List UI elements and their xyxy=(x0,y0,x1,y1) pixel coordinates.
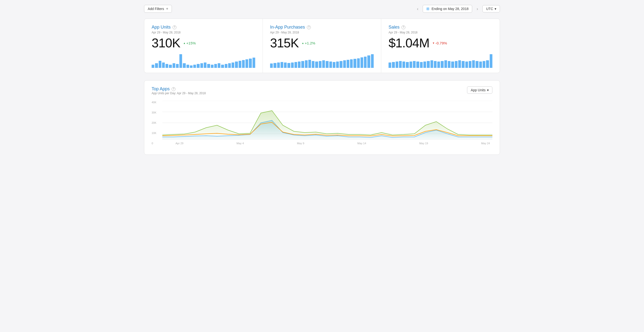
mini-bar xyxy=(455,61,458,68)
mini-bar xyxy=(420,62,423,68)
mini-bar xyxy=(246,59,248,68)
mini-bar xyxy=(228,63,231,68)
metric-help-sales[interactable]: ? xyxy=(402,25,405,29)
mini-bar xyxy=(476,61,478,68)
add-filters-button[interactable]: Add Filters + xyxy=(144,5,172,13)
timezone-label: UTC xyxy=(486,7,493,11)
mini-bar xyxy=(441,61,444,68)
x-label-may24: May 24 xyxy=(481,142,490,145)
metric-change-app-units: ▲ +15% xyxy=(183,41,196,45)
metric-help-in-app-purchases[interactable]: ? xyxy=(307,25,311,29)
mini-bar xyxy=(176,64,179,68)
top-apps-subtitle: App Units per Day: Apr 29 - May 28, 2018 xyxy=(152,92,206,95)
metric-value-row-app-units: 310K ▲ +15% xyxy=(152,37,255,49)
mini-bar-chart-sales xyxy=(388,53,492,68)
mini-bar xyxy=(406,62,408,68)
x-axis-labels: Apr 29 May 4 May 9 May 14 May 19 May 24 xyxy=(173,142,492,145)
mini-bar-chart-in-app-purchases xyxy=(270,53,374,68)
y-label-10k: 10K xyxy=(152,132,156,134)
toolbar-right: ‹ ⊞ Ending on May 28, 2018 › UTC ▾ xyxy=(415,5,500,13)
date-selector-button[interactable]: ⊞ Ending on May 28, 2018 xyxy=(423,5,472,13)
date-label: Ending on May 28, 2018 xyxy=(432,7,468,11)
mini-bar xyxy=(197,64,200,68)
app-units-selector-label: App Units xyxy=(471,88,486,92)
mini-bar xyxy=(186,65,189,68)
top-apps-header: Top Apps ? App Units per Day: Apr 29 - M… xyxy=(152,86,492,100)
mini-bar xyxy=(180,54,182,68)
mini-bar xyxy=(444,60,447,68)
metric-card-in-app-purchases: In-App Purchases ? Apr 29 - May 28, 2018… xyxy=(263,19,381,73)
metric-date-range-sales: Apr 29 - May 28, 2018 xyxy=(388,31,492,34)
next-arrow-button[interactable]: › xyxy=(474,5,480,13)
timezone-selector-button[interactable]: UTC ▾ xyxy=(482,5,500,13)
app-units-selector-button[interactable]: App Units ▾ xyxy=(467,86,492,94)
mini-bar xyxy=(274,63,276,68)
metric-value-sales: $1.04M xyxy=(388,37,429,49)
down-arrow-icon-sales: ▼ xyxy=(432,42,434,44)
mini-bar xyxy=(280,62,283,68)
mini-bar xyxy=(472,60,475,68)
mini-bar xyxy=(294,62,297,68)
mini-bar xyxy=(343,60,346,68)
mini-bar xyxy=(416,62,419,68)
mini-bar xyxy=(434,61,436,68)
metric-value-row-sales: $1.04M ▼ -0.79% xyxy=(388,37,492,49)
mini-bar xyxy=(413,61,416,68)
mini-bar xyxy=(329,62,332,68)
mini-bar xyxy=(424,62,426,68)
mini-bar xyxy=(284,63,287,68)
metric-change-in-app-purchases: ▲ +1.2% xyxy=(302,41,315,45)
metric-help-app-units[interactable]: ? xyxy=(172,25,176,29)
mini-bar xyxy=(315,62,318,68)
mini-bar xyxy=(410,62,412,68)
prev-arrow-button[interactable]: ‹ xyxy=(415,5,420,13)
x-label-apr29: Apr 29 xyxy=(176,142,183,145)
top-apps-title: Top Apps ? xyxy=(152,86,206,92)
metric-card-app-units: App Units ? Apr 29 - May 28, 2018 310K ▲… xyxy=(144,19,263,73)
mini-bar xyxy=(451,62,454,68)
mini-bar xyxy=(291,63,294,68)
metric-value-row-in-app-purchases: 315K ▲ +1.2% xyxy=(270,37,374,49)
mini-bar xyxy=(388,63,391,68)
mini-bar xyxy=(239,61,241,68)
mini-bar xyxy=(367,55,370,68)
mini-bar xyxy=(305,60,308,68)
mini-bar xyxy=(249,59,252,68)
mini-bar xyxy=(193,65,196,68)
mini-bar xyxy=(448,61,450,68)
mini-bar xyxy=(242,60,245,68)
add-filters-label: Add Filters xyxy=(148,7,164,11)
mini-bar xyxy=(252,58,255,68)
mini-bar xyxy=(312,61,314,68)
mini-bar xyxy=(430,60,433,68)
mini-bar xyxy=(486,60,489,68)
y-label-40k: 40K xyxy=(152,101,156,104)
mini-bar xyxy=(218,63,220,68)
y-label-30k: 30K xyxy=(152,111,156,114)
mini-bar xyxy=(326,61,328,68)
top-apps-help[interactable]: ? xyxy=(172,87,176,91)
toolbar: Add Filters + ‹ ⊞ Ending on May 28, 2018… xyxy=(144,5,500,13)
mini-bar xyxy=(301,61,304,68)
mini-bar xyxy=(152,65,154,68)
mini-bar xyxy=(469,61,472,68)
mini-bar xyxy=(183,63,186,68)
mini-bar xyxy=(333,62,336,68)
mini-bar xyxy=(162,63,165,68)
mini-bar xyxy=(166,64,168,68)
metric-title-sales: Sales ? xyxy=(388,25,492,30)
calendar-icon: ⊞ xyxy=(426,7,430,11)
line-chart-svg xyxy=(162,101,492,145)
metric-value-app-units: 310K xyxy=(152,37,180,49)
x-label-may4: May 4 xyxy=(236,142,244,145)
mini-bar xyxy=(392,62,395,68)
mini-bar xyxy=(172,63,175,68)
mini-bar xyxy=(270,64,273,68)
mini-bar xyxy=(221,65,224,68)
mini-bar xyxy=(190,65,192,68)
mini-bar xyxy=(277,63,280,68)
mini-bar xyxy=(159,61,161,68)
mini-bar xyxy=(364,57,366,68)
mini-bar xyxy=(298,62,300,68)
mini-bar xyxy=(427,61,430,68)
